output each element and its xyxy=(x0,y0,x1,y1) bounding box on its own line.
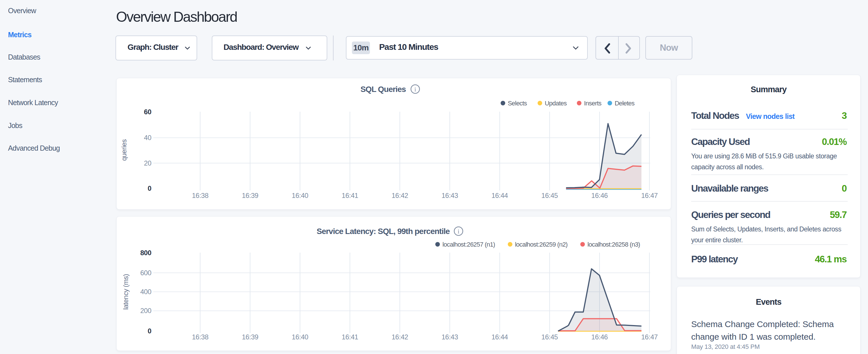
svg-text:Deletes: Deletes xyxy=(615,100,635,107)
svg-text:16:47: 16:47 xyxy=(641,192,658,199)
svg-text:Service Latency: SQL, 99th per: Service Latency: SQL, 99th percentile xyxy=(317,227,450,236)
svg-text:16:42: 16:42 xyxy=(392,333,408,341)
svg-text:i: i xyxy=(458,228,459,234)
svg-text:16:41: 16:41 xyxy=(342,333,358,341)
svg-text:localhost:26259 (n2): localhost:26259 (n2) xyxy=(515,241,567,248)
svg-text:16:42: 16:42 xyxy=(392,192,408,199)
svg-text:40: 40 xyxy=(144,134,151,141)
svg-text:20: 20 xyxy=(144,159,151,167)
svg-text:16:39: 16:39 xyxy=(242,192,258,199)
svg-text:SQL Queries: SQL Queries xyxy=(361,85,406,94)
svg-text:0: 0 xyxy=(148,185,151,192)
svg-text:16:40: 16:40 xyxy=(292,333,308,341)
svg-text:16:45: 16:45 xyxy=(541,192,558,199)
svg-text:i: i xyxy=(414,86,416,93)
svg-text:16:43: 16:43 xyxy=(442,192,458,199)
svg-text:16:43: 16:43 xyxy=(442,333,458,341)
svg-text:16:45: 16:45 xyxy=(541,333,558,341)
svg-text:16:39: 16:39 xyxy=(242,333,258,341)
svg-text:Selects: Selects xyxy=(508,100,527,107)
svg-text:200: 200 xyxy=(140,307,151,315)
svg-text:16:38: 16:38 xyxy=(192,192,209,199)
svg-text:localhost:26258 (n3): localhost:26258 (n3) xyxy=(587,241,640,248)
svg-text:16:41: 16:41 xyxy=(342,192,358,199)
svg-text:16:44: 16:44 xyxy=(492,192,508,199)
svg-text:16:38: 16:38 xyxy=(192,333,209,341)
svg-text:16:47: 16:47 xyxy=(641,333,658,341)
svg-text:16:46: 16:46 xyxy=(591,333,608,341)
svg-text:16:46: 16:46 xyxy=(591,192,608,199)
svg-text:600: 600 xyxy=(140,269,151,277)
svg-text:16:44: 16:44 xyxy=(492,333,508,341)
svg-text:16:40: 16:40 xyxy=(292,192,308,199)
svg-text:0: 0 xyxy=(148,327,151,335)
svg-text:latency (ms): latency (ms) xyxy=(122,274,129,310)
svg-text:400: 400 xyxy=(140,288,151,296)
svg-text:localhost:26257 (n1): localhost:26257 (n1) xyxy=(442,241,495,248)
svg-text:60: 60 xyxy=(144,108,151,116)
svg-text:Updates: Updates xyxy=(545,100,567,107)
svg-text:queries: queries xyxy=(120,139,128,161)
svg-text:Inserts: Inserts xyxy=(584,100,601,107)
svg-text:800: 800 xyxy=(140,249,151,257)
